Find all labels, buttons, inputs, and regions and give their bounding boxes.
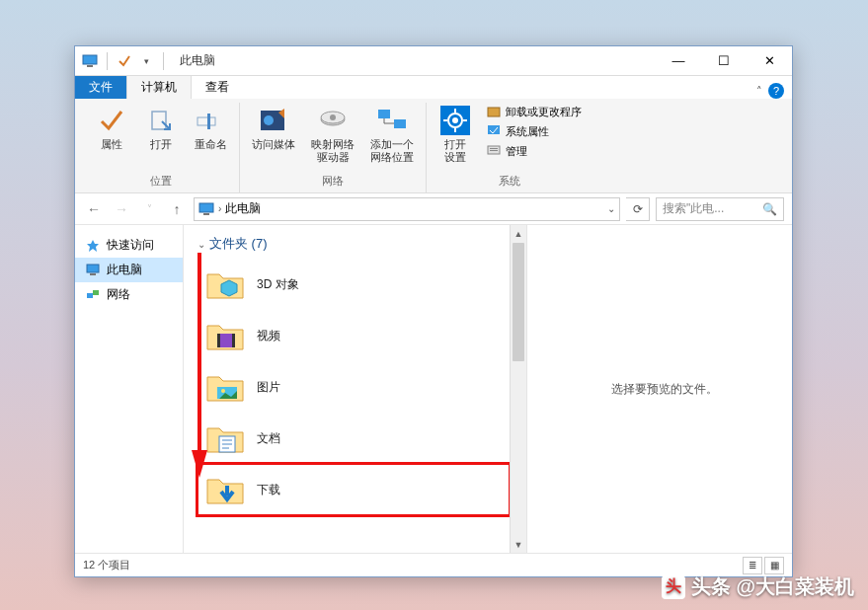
rename-button[interactable]: 重命名 bbox=[190, 103, 231, 153]
svg-point-14 bbox=[452, 117, 458, 123]
scroll-thumb[interactable] bbox=[513, 243, 524, 361]
folder-video-icon bbox=[205, 316, 245, 355]
separator bbox=[107, 52, 108, 70]
tab-file[interactable]: 文件 bbox=[75, 76, 126, 99]
back-button[interactable]: ← bbox=[83, 198, 105, 220]
item-downloads[interactable]: 下载 bbox=[197, 464, 510, 515]
open-button[interactable]: 打开 bbox=[140, 103, 182, 153]
folder-documents-icon bbox=[205, 419, 245, 458]
separator bbox=[163, 52, 164, 70]
svg-rect-25 bbox=[203, 213, 209, 215]
nav-this-pc[interactable]: 此电脑 bbox=[75, 258, 183, 282]
thispc-icon bbox=[85, 263, 101, 278]
help-icon[interactable]: ? bbox=[768, 83, 784, 99]
open-settings-button[interactable]: 打开 设置 bbox=[434, 103, 476, 166]
system-properties-button[interactable]: 系统属性 bbox=[484, 122, 584, 140]
search-icon: 🔍 bbox=[762, 202, 777, 216]
breadcrumb[interactable]: 此电脑 bbox=[225, 200, 261, 217]
svg-rect-4 bbox=[207, 114, 210, 129]
manage-button[interactable]: 管理 bbox=[484, 142, 584, 160]
tab-computer[interactable]: 计算机 bbox=[126, 75, 192, 99]
svg-rect-3 bbox=[197, 117, 215, 125]
watermark-text: 头条 @大白菜装机 bbox=[691, 573, 854, 600]
nav-quick-access[interactable]: 快速访问 bbox=[75, 233, 183, 258]
svg-rect-27 bbox=[90, 273, 96, 275]
check-icon bbox=[96, 105, 127, 136]
svg-rect-0 bbox=[83, 55, 97, 64]
watermark-logo-icon: 头 bbox=[662, 575, 685, 599]
scroll-up-icon[interactable]: ▲ bbox=[511, 225, 526, 242]
nav-pane: 快速访问 此电脑 网络 bbox=[75, 225, 184, 553]
ribbon-group-system: 打开 设置 卸载或更改程序 系统属性 管理 bbox=[427, 103, 592, 192]
collapse-ribbon-icon[interactable]: ˄ bbox=[756, 85, 762, 98]
manage-icon bbox=[486, 143, 502, 159]
watermark: 头 头条 @大白菜装机 bbox=[662, 573, 854, 600]
preview-splitter[interactable] bbox=[526, 225, 536, 553]
minimize-button[interactable]: — bbox=[656, 46, 701, 76]
preview-pane: 选择要预览的文件。 bbox=[536, 225, 792, 553]
svg-rect-10 bbox=[378, 110, 390, 118]
list-scrollbar[interactable]: ▲ ▼ bbox=[510, 225, 526, 553]
details-view-button[interactable]: ≣ bbox=[743, 557, 762, 574]
svg-rect-11 bbox=[394, 119, 406, 128]
up-button[interactable]: ↑ bbox=[166, 198, 188, 220]
scroll-down-icon[interactable]: ▼ bbox=[511, 536, 526, 553]
folder-pictures-icon bbox=[205, 367, 245, 407]
network-location-icon bbox=[376, 105, 408, 136]
recent-dropdown[interactable]: ˅ bbox=[138, 198, 160, 220]
item-3d-objects[interactable]: 3D 对象 bbox=[197, 259, 510, 310]
ribbon-group-location: 属性 打开 重命名 位置 bbox=[83, 103, 240, 192]
explorer-window: ▾ 此电脑 — ☐ ✕ 文件 计算机 查看 ˄ ? 属性 bbox=[74, 45, 793, 577]
group-label-location: 位置 bbox=[150, 174, 172, 189]
content-area: ⌄ 文件夹 (7) 3D 对象 视频 图片 文档 bbox=[184, 225, 792, 553]
svg-rect-19 bbox=[488, 108, 500, 116]
add-location-button[interactable]: 添加一个 网络位置 bbox=[366, 103, 418, 166]
svg-rect-28 bbox=[87, 293, 93, 298]
map-drive-button[interactable]: 映射网络 驱动器 bbox=[307, 103, 358, 166]
icons-view-button[interactable]: ▦ bbox=[764, 557, 784, 574]
properties-button[interactable]: 属性 bbox=[91, 103, 132, 153]
nav-network[interactable]: 网络 bbox=[75, 282, 183, 307]
chevron-down-icon[interactable]: ⌄ bbox=[197, 239, 205, 250]
folder-list[interactable]: ⌄ 文件夹 (7) 3D 对象 视频 图片 文档 bbox=[184, 225, 510, 553]
thispc-icon bbox=[198, 202, 214, 216]
tab-view[interactable]: 查看 bbox=[192, 76, 243, 99]
svg-rect-23 bbox=[490, 150, 498, 151]
ribbon-tabs: 文件 计算机 查看 ˄ ? bbox=[75, 76, 792, 99]
system-sublist: 卸载或更改程序 系统属性 管理 bbox=[484, 103, 584, 160]
thispc-icon bbox=[81, 52, 99, 70]
window-title: 此电脑 bbox=[180, 52, 215, 69]
svg-rect-26 bbox=[87, 265, 99, 272]
star-icon bbox=[85, 238, 101, 254]
search-placeholder: 搜索"此电... bbox=[663, 200, 758, 217]
maximize-button[interactable]: ☐ bbox=[701, 46, 747, 76]
refresh-button[interactable]: ⟳ bbox=[626, 197, 650, 221]
network-icon bbox=[85, 287, 101, 303]
svg-rect-2 bbox=[152, 112, 166, 129]
address-dropdown-icon[interactable]: ⌄ bbox=[607, 203, 615, 214]
item-documents[interactable]: 文档 bbox=[197, 413, 510, 464]
properties-qat-icon[interactable] bbox=[116, 52, 133, 70]
svg-rect-20 bbox=[488, 125, 500, 134]
svg-rect-29 bbox=[93, 290, 99, 295]
forward-button[interactable]: → bbox=[111, 198, 132, 220]
uninstall-programs-button[interactable]: 卸载或更改程序 bbox=[484, 103, 584, 120]
group-header-folders[interactable]: ⌄ 文件夹 (7) bbox=[197, 233, 510, 259]
drive-icon bbox=[317, 105, 349, 136]
item-pictures[interactable]: 图片 bbox=[197, 361, 510, 413]
search-input[interactable]: 搜索"此电... 🔍 bbox=[656, 197, 784, 221]
folder-downloads-icon bbox=[205, 470, 245, 509]
ribbon: 属性 打开 重命名 位置 访问媒体 bbox=[75, 99, 792, 193]
item-videos[interactable]: 视频 bbox=[197, 310, 510, 361]
svg-rect-32 bbox=[232, 334, 235, 347]
breadcrumb-sep[interactable]: › bbox=[218, 203, 221, 214]
media-access-button[interactable]: 访问媒体 bbox=[248, 103, 299, 153]
window-controls: — ☐ ✕ bbox=[656, 46, 792, 76]
gear-icon bbox=[439, 105, 471, 136]
quick-access-toolbar: ▾ 此电脑 bbox=[75, 52, 215, 70]
explorer-body: 快速访问 此电脑 网络 ⌄ 文件夹 (7) 3D 对象 bbox=[75, 225, 792, 553]
close-button[interactable]: ✕ bbox=[747, 46, 792, 76]
address-field[interactable]: › 此电脑 ⌄ bbox=[194, 197, 620, 221]
qat-dropdown-icon[interactable]: ▾ bbox=[137, 52, 155, 70]
title-bar: ▾ 此电脑 — ☐ ✕ bbox=[75, 46, 792, 76]
